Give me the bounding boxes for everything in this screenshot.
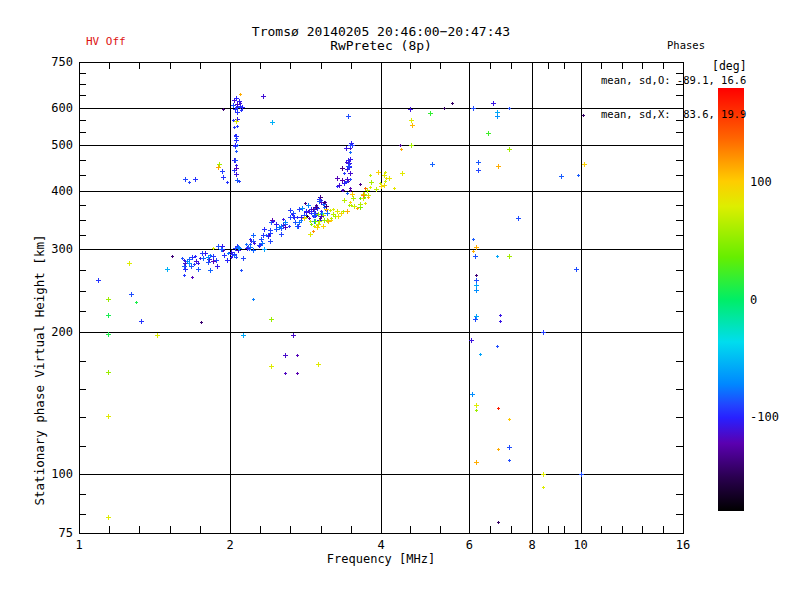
svg-text:8: 8 [528, 538, 535, 552]
svg-text:600: 600 [51, 101, 73, 115]
svg-text:75: 75 [59, 526, 73, 540]
svg-text:200: 200 [51, 325, 73, 339]
svg-text:6: 6 [466, 538, 473, 552]
plot-subtitle: RwPretec (8p) [330, 39, 432, 53]
phases-mean-o: mean, sd,O: -89.1, 16.6 [601, 75, 771, 87]
svg-text:300: 300 [51, 242, 73, 256]
y-axis-title: Stationary phase Virtual Height [km] [33, 235, 47, 506]
svg-text:-100: -100 [750, 410, 779, 424]
ionogram-screen: 750600500400300200100751246810161000-100… [0, 0, 800, 600]
svg-text:2: 2 [226, 538, 233, 552]
phases-title: Phases [601, 40, 771, 52]
svg-text:750: 750 [51, 55, 73, 69]
svg-text:0: 0 [750, 293, 757, 307]
svg-text:16: 16 [676, 538, 690, 552]
svg-text:10: 10 [573, 538, 587, 552]
x-axis-title: Frequency [MHz] [327, 553, 435, 566]
phases-mean-x: mean, sd,X: 83.6, 19.9 [601, 109, 771, 121]
hv-status-label: HV Off [86, 36, 126, 48]
colorbar-unit-label: [deg] [712, 60, 747, 73]
svg-text:400: 400 [51, 184, 73, 198]
svg-text:100: 100 [51, 467, 73, 481]
phases-summary: Phases mean, sd,O: -89.1, 16.6 mean, sd,… [601, 17, 771, 144]
svg-text:500: 500 [51, 138, 73, 152]
svg-text:1: 1 [75, 538, 82, 552]
svg-text:4: 4 [377, 538, 384, 552]
svg-text:100: 100 [750, 175, 772, 189]
